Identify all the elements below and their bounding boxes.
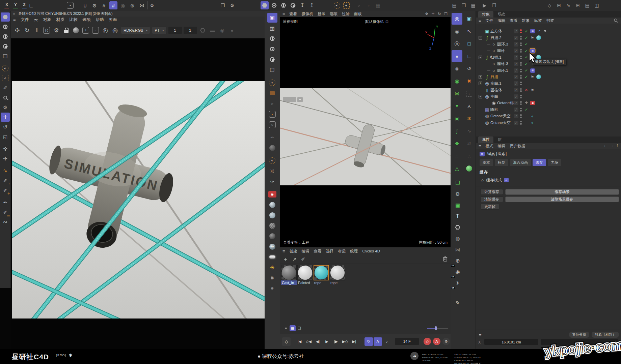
edit-toggle-icon[interactable]: ∕ (514, 101, 518, 105)
polygon-mode-icon[interactable] (1, 42, 10, 51)
rope-tag-icon[interactable]: ▦ (530, 29, 535, 33)
sun-light-icon[interactable]: ☀ (267, 263, 277, 272)
point-mode-icon[interactable] (1, 22, 10, 31)
autokey-button[interactable]: A (433, 338, 440, 345)
pencil-icon[interactable]: ✎ (452, 298, 463, 308)
cube-grid-icon[interactable]: ▦ (267, 23, 277, 33)
checker-ball-icon[interactable] (267, 221, 277, 231)
object-label[interactable]: 圆环.3 (497, 42, 508, 47)
enabled-check-icon[interactable]: ✓ (524, 49, 529, 53)
octane-menu-7[interactable]: 界面 (109, 17, 117, 23)
edit-toggle-icon[interactable]: ∕ (514, 121, 518, 125)
gear-sun-icon[interactable]: ✹ (267, 273, 277, 283)
edit-toggle-icon[interactable]: ∕ (514, 36, 518, 40)
bake-gear-icon[interactable]: ⚙ (452, 189, 463, 199)
material-picker-icon[interactable]: Ⓜ (111, 26, 119, 34)
window-green-icon[interactable]: ❐ (452, 178, 463, 188)
om-tab-0[interactable]: 对象 (478, 11, 493, 18)
grid-snap-icon[interactable]: # (109, 1, 117, 9)
material-ball-icon[interactable] (72, 26, 80, 34)
dark-ball-icon[interactable] (267, 231, 277, 241)
scale-tool-icon[interactable]: ◱ (1, 132, 10, 141)
thumbnail-size-slider[interactable] (427, 326, 448, 330)
cache-mode-checkbox[interactable]: ✓ (504, 178, 509, 182)
octane-menu-3[interactable]: 材质 (56, 17, 64, 23)
list-view-icon[interactable]: ≡ (283, 325, 289, 331)
next-key-button[interactable]: ▶◇ (341, 337, 349, 346)
axis-modify-icon[interactable]: ↖ (464, 25, 475, 37)
cube-object-icon[interactable]: ▣ (464, 13, 475, 25)
tree-row[interactable]: ◍Octane天空∕◐ (476, 113, 621, 119)
collision-icon[interactable]: ✖ (464, 75, 475, 87)
sphere-smile-icon[interactable]: ☻ (452, 63, 462, 74)
edit-toggle-icon[interactable]: ∕ (514, 49, 518, 53)
add-material-icon[interactable]: + (282, 255, 289, 263)
tree-row[interactable]: ▦随机∕✓ (476, 107, 621, 113)
visibility-dots-icon[interactable] (520, 49, 522, 53)
octane-menu-5[interactable]: 选项 (83, 17, 91, 23)
enabled-check-icon[interactable]: ✓ (524, 55, 529, 60)
prev-frame-button[interactable]: ◀| (314, 337, 322, 346)
visibility-dots-icon[interactable] (520, 82, 522, 85)
render-restart-icon[interactable]: ↻ (23, 26, 31, 34)
material-menu-4[interactable]: 材质 (338, 249, 346, 254)
spline-cubes-icon[interactable]: ✐❖ (1, 186, 10, 195)
tree-row[interactable]: ▣立方体∕✓▦∵⚑ (476, 28, 621, 34)
tree-row[interactable]: −◎空白∕ (476, 93, 621, 100)
polygon-mode-icon[interactable] (289, 1, 297, 9)
attr-tab-0[interactable]: 属性 (478, 136, 493, 143)
brush-dim-icon[interactable]: ✒ (267, 132, 277, 142)
octane-render-view[interactable]: SIMULATION (11, 38, 265, 349)
current-frame-field[interactable]: 14 F (395, 338, 419, 345)
tree-row[interactable]: −∫扫描.2∕✓⚑ (476, 34, 621, 41)
keyframe-box-icon[interactable]: ⊞ (555, 1, 563, 9)
brush-tool-icon[interactable]: ✒ (1, 198, 10, 207)
visibility-dots-icon[interactable] (520, 75, 522, 79)
render-view-icon[interactable]: ▤ (450, 1, 458, 9)
edit-toggle-icon[interactable]: ∕ (514, 88, 518, 92)
rigid-body-icon[interactable]: ▣ (452, 113, 462, 124)
expander-icon[interactable]: − (479, 95, 482, 98)
cache-action-button[interactable]: 计算缓存 (480, 189, 503, 195)
samples-field-2[interactable]: 1 (184, 27, 197, 34)
y-position-field[interactable] (541, 339, 618, 345)
enabled-check-icon[interactable]: ✓ (524, 68, 529, 73)
enabled-check-icon[interactable]: ✓ (524, 29, 529, 34)
workplane-grid-icon[interactable]: # (100, 1, 108, 9)
rope-spline-icon[interactable]: ∾ (1, 217, 10, 226)
wireframe-ball-icon[interactable]: ◍ (452, 233, 463, 244)
lock-resolution-icon[interactable] (62, 26, 70, 34)
symmetry-icon[interactable]: )|( (267, 166, 277, 176)
visibility-dots-icon[interactable] (520, 36, 522, 40)
multi-move-icon[interactable]: ✣ (1, 154, 10, 163)
eyedropper-icon[interactable]: ✐ (299, 255, 307, 263)
sphere-mode-icon[interactable]: ● (452, 50, 462, 62)
live-selection2-icon[interactable]: ➤ (267, 156, 277, 165)
ik-figure-icon[interactable]: ⋏ (464, 100, 475, 112)
model-mode-icon[interactable] (261, 1, 269, 9)
axis-rotate-icon[interactable]: ↺ (464, 63, 475, 74)
circle-dim-icon[interactable]: ● (228, 26, 236, 34)
tree-row[interactable]: ○圆环.1∕✓▦ (476, 67, 621, 73)
environment-tag-icon[interactable]: ◐ (530, 120, 535, 125)
keyframe-diamond-icon[interactable]: ◇ (545, 1, 554, 9)
cache-scene-button[interactable]: 缓存场景 (505, 189, 619, 195)
tree-row[interactable]: ▯圆柱体∕✕⚑ (476, 87, 621, 93)
next-frame-button[interactable]: |▶ (332, 337, 340, 346)
delete-material-icon[interactable] (442, 256, 448, 263)
viewport-menu-1[interactable]: 摄像机 (302, 11, 314, 17)
point-mode-icon[interactable] (270, 1, 278, 9)
viewport-menu-4[interactable]: 过滤 (342, 11, 350, 17)
rect-selection-icon[interactable]: ➤ (1, 73, 10, 83)
attr-menu-0[interactable]: 模式 (486, 144, 493, 149)
play-render-icon[interactable]: ▶ (481, 1, 489, 9)
mirror-icon[interactable]: ⋈ (138, 1, 146, 9)
edit-toggle-icon[interactable]: ∕ (514, 94, 518, 99)
globe-st-icon[interactable]: ⊕ST (452, 255, 463, 266)
material-menu-6[interactable]: Cycles 4D (362, 249, 380, 253)
polygon-mode-icon[interactable] (267, 55, 277, 64)
viewport-canvas[interactable]: 透视视图 默认摄像机⊡ X Y Z (280, 17, 451, 247)
visibility-dots-icon[interactable] (520, 42, 522, 46)
rect-dim-icon[interactable]: ▬ (209, 26, 217, 34)
radial-guide-icon[interactable]: ◎ (119, 1, 127, 9)
